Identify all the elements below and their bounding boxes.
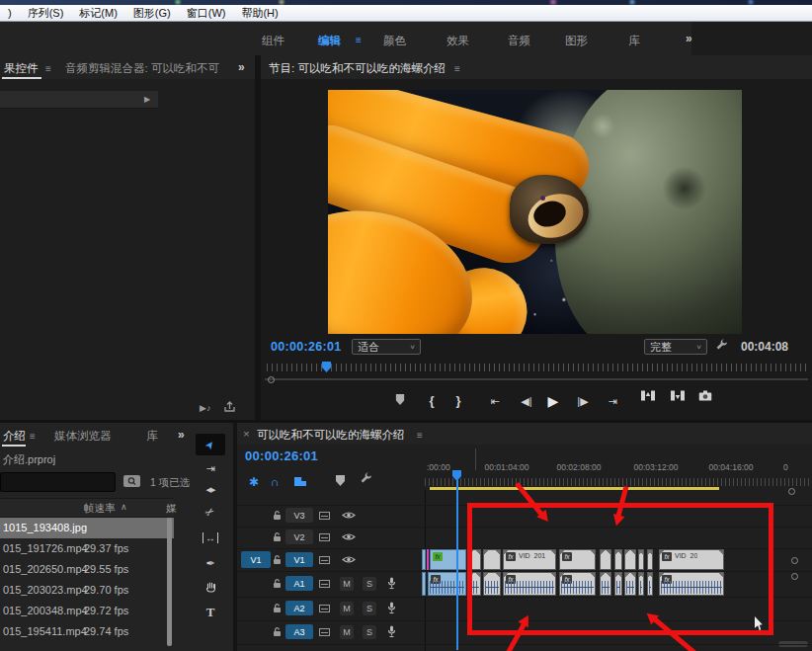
mute-button[interactable]: M xyxy=(340,625,354,639)
workspace-tab-组件[interactable]: 组件 xyxy=(262,34,284,48)
workspace-tab-编辑[interactable]: 编辑 xyxy=(318,34,341,48)
mark-in-button[interactable]: { xyxy=(429,390,434,412)
extract-button[interactable] xyxy=(671,390,685,412)
type-tool[interactable]: T xyxy=(196,602,225,623)
media-file-row[interactable]: 015_202650.mp429.55 fps xyxy=(0,559,174,580)
track-name-A2[interactable]: A2 xyxy=(285,601,313,615)
column-framerate[interactable]: 帧速率 xyxy=(84,502,116,516)
video-tracks-scroll-knob[interactable] xyxy=(791,557,798,564)
effect-header-strip[interactable]: ▶ xyxy=(0,91,158,109)
media-file-row[interactable]: 015_203023.mp429.70 fps xyxy=(0,580,174,601)
timeline-linked-selection-icon[interactable] xyxy=(294,472,306,490)
media-file-row[interactable]: 015_195411.mp429.74 fps xyxy=(0,621,174,642)
ripple-edit-tool[interactable]: ◀▶ xyxy=(196,479,225,501)
menu-item[interactable]: 图形(G) xyxy=(125,6,179,21)
timeline-clip-audio[interactable]: fx xyxy=(428,572,466,596)
track-visibility-eye-icon[interactable] xyxy=(342,532,356,541)
track-name-A3[interactable]: A3 xyxy=(285,624,313,639)
track-select-forward-tool[interactable]: ⇥ xyxy=(196,457,225,479)
tab-project[interactable]: 介绍 xyxy=(3,429,26,444)
sort-ascending-icon[interactable]: ∧ xyxy=(121,502,127,512)
sync-lock-icon[interactable] xyxy=(319,512,330,520)
work-area-bar[interactable] xyxy=(430,487,719,490)
track-lock-icon[interactable] xyxy=(273,603,282,613)
fit-zoom-dropdown[interactable]: 适合˅ xyxy=(352,339,421,355)
tab-media-browser[interactable]: 媒体浏览器 xyxy=(54,429,112,444)
workspace-tab-库[interactable]: 库 xyxy=(628,34,640,48)
program-video-frame[interactable] xyxy=(328,90,742,334)
hand-tool[interactable] xyxy=(196,576,225,598)
track-lock-icon[interactable] xyxy=(273,510,282,521)
voiceover-mic-icon[interactable] xyxy=(387,577,396,590)
playback-quality-dropdown[interactable]: 完整˅ xyxy=(644,339,707,355)
selection-tool[interactable]: ➤ xyxy=(196,434,225,455)
list-scrollbar[interactable] xyxy=(167,518,172,646)
timeline-clip-video[interactable]: fx xyxy=(430,549,466,570)
workspace-tab-音频[interactable]: 音频 xyxy=(508,34,530,48)
workspace-tab-图形[interactable]: 图形 xyxy=(565,34,588,48)
mute-button[interactable]: M xyxy=(340,577,354,591)
tab-effect-controls[interactable]: 果控件 xyxy=(4,61,39,76)
panel-menu-icon[interactable]: ≡ xyxy=(417,430,423,441)
close-icon[interactable]: × xyxy=(243,428,250,440)
track-name-V1[interactable]: V1 xyxy=(285,552,313,567)
timeline-clip-audio[interactable] xyxy=(422,572,426,596)
tab-libraries[interactable]: 库 xyxy=(146,429,158,444)
timeline-clip-video[interactable] xyxy=(422,549,426,570)
tab-sequence[interactable]: 可以吃和不可以吃的海螺介绍 xyxy=(257,428,405,443)
panel-overflow-icon[interactable]: » xyxy=(178,428,185,442)
menu-item-fragment[interactable]: ) xyxy=(0,7,20,19)
export-frame-button[interactable] xyxy=(699,390,712,412)
razor-tool[interactable]: ✂ xyxy=(196,501,225,523)
track-name-V2[interactable]: V2 xyxy=(285,529,313,544)
timeline-timecode[interactable]: 00:00:26:01 xyxy=(245,448,318,463)
list-column-header[interactable]: 帧速率 ∧ 媒 xyxy=(0,498,174,518)
timeline-scroll-knob[interactable] xyxy=(788,488,795,495)
export-icon[interactable] xyxy=(223,401,236,413)
lift-button[interactable] xyxy=(641,390,655,412)
voiceover-mic-icon[interactable] xyxy=(387,602,396,614)
timeline-snap-icon[interactable]: ∩ xyxy=(271,472,280,490)
tab-audio-clip-mixer[interactable]: 音频剪辑混合器: 可以吃和不可 xyxy=(65,61,219,76)
play-audio-icon[interactable]: ▶♪ xyxy=(200,403,210,413)
column-next-truncated[interactable]: 媒 xyxy=(166,502,177,516)
sync-lock-icon[interactable] xyxy=(319,556,330,564)
search-input[interactable] xyxy=(0,472,116,492)
sync-lock-icon[interactable] xyxy=(319,628,330,636)
program-timecode[interactable]: 00:00:26:01 xyxy=(271,340,341,354)
media-file-row[interactable]: 015_200348.mp429.72 fps xyxy=(0,601,174,621)
workspace-tab-menu-icon[interactable]: ≡ xyxy=(356,35,362,45)
media-file-row[interactable]: 1015_193408.jpg xyxy=(0,518,174,538)
project-file-name[interactable]: 介绍.prproj xyxy=(3,452,55,467)
workspace-tab-效果[interactable]: 效果 xyxy=(447,34,469,48)
solo-button[interactable]: S xyxy=(363,577,376,591)
audio-tracks-scroll-knob[interactable] xyxy=(791,573,798,580)
search-bin-icon[interactable] xyxy=(122,473,141,488)
menu-item[interactable]: 标记(M) xyxy=(71,6,125,21)
monitor-scrubber-ticks[interactable] xyxy=(267,364,806,371)
timeline-settings-wrench-icon[interactable] xyxy=(360,472,372,485)
track-lock-icon[interactable] xyxy=(273,626,282,637)
voiceover-mic-icon[interactable] xyxy=(387,625,396,638)
track-lock-icon[interactable] xyxy=(273,554,282,565)
panel-menu-icon[interactable]: ≡ xyxy=(454,63,460,74)
track-visibility-eye-icon[interactable] xyxy=(342,555,356,564)
panel-menu-icon[interactable]: ≡ xyxy=(45,63,51,74)
source-patch-v1[interactable]: V1 xyxy=(241,551,271,568)
step-forward-button[interactable]: |▶ xyxy=(577,390,588,412)
mark-out-button[interactable]: } xyxy=(455,390,460,412)
track-name-A1[interactable]: A1 xyxy=(285,576,313,591)
pen-tool[interactable]: ✒ xyxy=(196,552,225,574)
workspace-tab-颜色[interactable]: 颜色 xyxy=(383,34,406,48)
track-lock-icon[interactable] xyxy=(273,578,282,589)
tab-program-monitor[interactable]: 节目: 可以吃和不可以吃的海螺介绍 xyxy=(269,61,446,76)
slip-tool[interactable]: ↔ xyxy=(196,527,225,548)
timeline-clip-video[interactable] xyxy=(427,549,429,570)
sync-lock-icon[interactable] xyxy=(319,533,330,541)
timeline-nest-sequence-icon[interactable]: ✱ xyxy=(249,472,259,490)
track-visibility-eye-icon[interactable] xyxy=(342,511,356,520)
menu-item[interactable]: 帮助(H) xyxy=(233,6,285,21)
go-to-in-button[interactable]: ⇤ xyxy=(490,390,499,412)
panel-overflow-icon[interactable]: » xyxy=(238,60,245,74)
menu-item[interactable]: 序列(S) xyxy=(20,6,72,21)
